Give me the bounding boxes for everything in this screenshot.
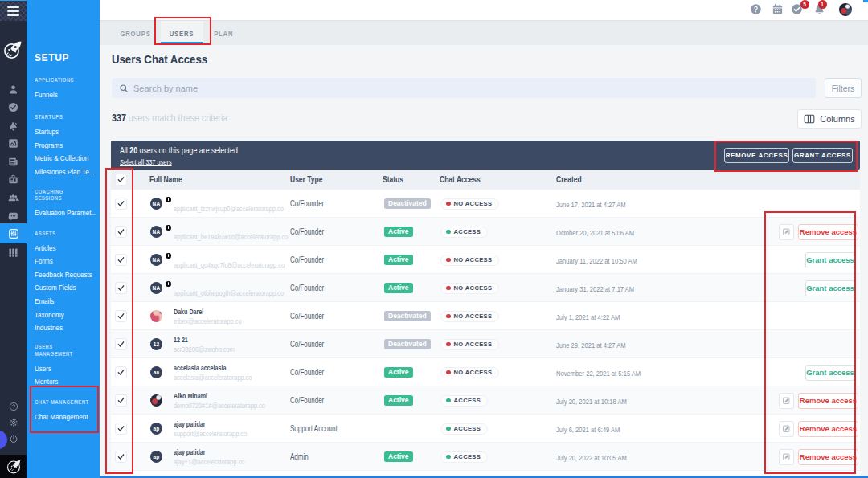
- columns-icon: [804, 114, 815, 124]
- sidebar-rail-tasks-icon[interactable]: [0, 98, 27, 116]
- notifications-badge: 1: [818, 0, 827, 9]
- sidebar-section: CHAT MANAGEMENTChat Management: [27, 399, 100, 424]
- sidebar-item-emails[interactable]: Emails: [35, 295, 90, 308]
- horizontal-scrollbar[interactable]: [100, 476, 868, 478]
- help-icon[interactable]: [750, 3, 762, 15]
- sidebar-item-chat-management[interactable]: Chat Management: [35, 411, 90, 424]
- remove-access-button[interactable]: Remove access: [798, 224, 858, 240]
- calendar-icon[interactable]: [772, 3, 784, 15]
- created-cell: January 11, 2022 at 10:50 AM: [556, 256, 637, 265]
- created-cell: July 20, 2021 at 10:18 AM: [556, 397, 627, 406]
- column-header-user-type[interactable]: User Type: [290, 175, 322, 184]
- edit-user-button[interactable]: [779, 421, 794, 437]
- hamburger-icon: [7, 6, 19, 18]
- sidebar-rail-users-icon[interactable]: [0, 80, 27, 99]
- sidebar-rail-community-icon[interactable]: [0, 189, 27, 207]
- sidebar-item-feedback-requests[interactable]: Feedback Requests: [35, 268, 90, 282]
- sidebar-item-users[interactable]: Users: [35, 362, 90, 376]
- access-dot-icon: [446, 398, 451, 403]
- match-count-line: 337users match these criteria: [112, 112, 227, 124]
- grant-access-button[interactable]: Grant access: [805, 252, 855, 268]
- status-badge: Active: [384, 255, 413, 265]
- grant-access-bulk-button[interactable]: GRANT ACCESS: [792, 148, 853, 163]
- screen: SETUP APPLICATIONSFunnelsSTARTUPSStartup…: [0, 0, 868, 478]
- remove-access-bulk-button[interactable]: REMOVE ACCESS: [724, 148, 789, 163]
- sidebar-rail-news-icon[interactable]: [0, 153, 27, 171]
- user-name: 12 21: [174, 335, 188, 345]
- sidebar-item-taxonomy[interactable]: Taxonomy: [35, 308, 90, 322]
- alert-badge-icon: [166, 225, 171, 231]
- sidebar-item-evaluation-paramet-[interactable]: Evaluation Paramet...: [35, 206, 90, 220]
- sidebar-item-programs[interactable]: Programs: [35, 139, 90, 153]
- hamburger-menu-button[interactable]: [0, 0, 27, 21]
- sidebar-rail-chat-settings-icon[interactable]: [0, 223, 27, 243]
- sidebar-title: SETUP: [35, 52, 100, 63]
- sidebar-item-custom-fields[interactable]: Custom Fields: [35, 281, 90, 295]
- tab-groups[interactable]: GROUPS: [111, 21, 161, 46]
- sidebar-rail-library-icon[interactable]: [0, 243, 27, 262]
- row-checkbox[interactable]: [115, 226, 127, 238]
- sidebar-item-industries[interactable]: Industries: [35, 321, 90, 335]
- grant-access-button[interactable]: Grant access: [805, 365, 855, 381]
- user-email: accelasia@acceleratorapp.co: [174, 373, 252, 382]
- user-type-cell: Admin: [290, 452, 309, 461]
- tab-users[interactable]: USERS: [161, 21, 203, 46]
- row-checkbox[interactable]: [115, 394, 127, 407]
- column-header-status[interactable]: Status: [383, 175, 403, 184]
- sidebar-item-funnels[interactable]: Funnels: [35, 88, 90, 102]
- column-header-chat-access[interactable]: Chat Access: [440, 175, 481, 184]
- settings-gear-icon[interactable]: [0, 415, 27, 430]
- table-row: Aiko Minamidemo0720#1#@acceleratorapp.co…: [111, 386, 860, 415]
- sidebar-section: COACHING SESSIONSEvaluation Paramet...: [27, 189, 100, 220]
- row-checkbox[interactable]: [115, 366, 127, 378]
- search-input[interactable]: [133, 78, 809, 98]
- sidebar-sections: APPLICATIONSFunnelsSTARTUPSStartupsProgr…: [27, 77, 100, 424]
- edit-user-button[interactable]: [779, 449, 794, 465]
- table-row: 1212 21acr33208@zwoho.comCo/FounderDeact…: [111, 330, 860, 358]
- remove-access-button[interactable]: Remove access: [798, 393, 858, 409]
- edit-user-button[interactable]: [779, 224, 794, 240]
- sidebar-item-startups[interactable]: Startups: [35, 125, 90, 139]
- sidebar-rail-organizations-icon[interactable]: [0, 170, 27, 189]
- sidebar-item-milestones-plan-te-[interactable]: Milestones Plan Te...: [35, 165, 90, 179]
- app-logo-rocket-icon[interactable]: [2, 39, 23, 60]
- row-checkbox[interactable]: [115, 451, 127, 463]
- sidebar-item-mentors[interactable]: Mentors: [35, 375, 90, 389]
- access-dot-icon: [446, 427, 451, 431]
- created-cell: July 20, 2022 at 10:05 AM: [556, 453, 627, 462]
- sidebar-item-metric-collection[interactable]: Metric & Collection: [35, 152, 90, 165]
- help-circle-icon[interactable]: [0, 399, 27, 414]
- column-header-full-name[interactable]: Full Name: [149, 175, 182, 184]
- select-all-checkbox[interactable]: [115, 174, 127, 186]
- row-checkbox[interactable]: [115, 254, 127, 266]
- user-type-cell: Support Account: [290, 424, 338, 433]
- chat-access-pill: ACCESS: [440, 423, 488, 435]
- grant-access-button[interactable]: Grant access: [805, 280, 855, 296]
- filters-button[interactable]: Filters: [825, 78, 862, 98]
- user-avatar[interactable]: [839, 3, 852, 16]
- main-content: GROUPSUSERSPLAN Users Chat Access Filter…: [100, 18, 868, 478]
- tab-plan[interactable]: PLAN: [203, 21, 244, 46]
- row-checkbox[interactable]: [115, 198, 127, 210]
- user-type-cell: Co/Founder: [290, 255, 324, 264]
- row-checkbox[interactable]: [115, 423, 127, 435]
- compass-rocket-button[interactable]: [0, 455, 27, 478]
- column-header-created[interactable]: Created: [556, 175, 582, 184]
- remove-access-button[interactable]: Remove access: [798, 449, 858, 465]
- select-all-link[interactable]: Select all 337 users: [120, 157, 172, 166]
- table-row: NAapplicant_qu4xqc7lu8@acceleratorapp.co…: [111, 246, 860, 274]
- row-checkbox[interactable]: [115, 310, 127, 322]
- remove-access-button[interactable]: Remove access: [798, 421, 858, 437]
- avatar: NA: [150, 226, 162, 238]
- created-cell: June 17, 2021 at 4:27 AM: [556, 200, 626, 209]
- sidebar-rail-metrics-icon[interactable]: [0, 134, 27, 153]
- alert-badge-icon: [166, 197, 171, 202]
- sidebar-rail-announcements-icon[interactable]: [0, 116, 27, 135]
- edit-user-button[interactable]: [779, 393, 794, 409]
- status-badge: Active: [384, 451, 413, 462]
- row-checkbox[interactable]: [115, 338, 127, 350]
- row-checkbox[interactable]: [115, 282, 127, 294]
- sidebar-item-articles[interactable]: Articles: [35, 242, 90, 255]
- sidebar-item-forms[interactable]: Forms: [35, 255, 90, 268]
- columns-button[interactable]: Columns: [797, 109, 862, 129]
